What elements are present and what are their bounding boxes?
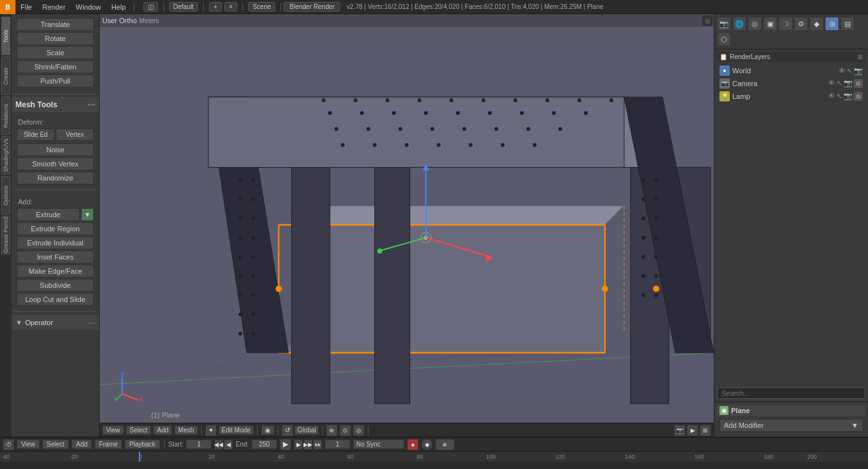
lamp-eye-icon[interactable]: 👁	[828, 92, 835, 101]
view-menu-button[interactable]: View	[102, 425, 124, 435]
timeline-select-btn[interactable]: Select	[42, 439, 69, 449]
start-frame-input[interactable]: 1	[186, 439, 212, 449]
rp-icon-physics[interactable]: ⊞	[825, 17, 839, 31]
mode-icon[interactable]: ✦	[205, 425, 217, 436]
edit-mode-selector[interactable]: Edit Mode	[219, 425, 254, 435]
timeline-icon[interactable]: ⏱	[3, 439, 14, 450]
tab-create[interactable]: Create	[1, 57, 10, 95]
prev-keyframe-btn[interactable]: ◀◀	[214, 439, 223, 450]
render-btn[interactable]: ▶	[687, 425, 698, 436]
rp-icon-constraints[interactable]: ▤	[840, 17, 854, 31]
timeline-view-btn[interactable]: View	[17, 439, 40, 449]
tab-options[interactable]: Options	[1, 176, 10, 215]
rp-icon-world[interactable]: 🌐	[732, 17, 746, 31]
proportional-btn[interactable]: ⊙	[339, 425, 351, 436]
extrude-region-button[interactable]: Extrude Region	[17, 222, 94, 235]
window-menu[interactable]: Window	[71, 0, 106, 13]
mesh-menu-button[interactable]: Mesh	[174, 425, 197, 435]
play-button[interactable]: ▶	[280, 439, 291, 450]
orientation-selector[interactable]: Global	[294, 425, 320, 435]
subdivide-button[interactable]: Subdivide	[17, 279, 94, 292]
view-mode-btn[interactable]: ⊞	[700, 425, 711, 436]
rp-icon-particles[interactable]: ◆	[809, 17, 824, 31]
orientation-icon[interactable]: ↺	[282, 425, 293, 436]
rotate-button[interactable]: Rotate	[17, 32, 94, 45]
push-pull-button[interactable]: Push/Pull	[17, 75, 94, 87]
object-name-label: (1) Plane	[151, 411, 180, 419]
last-frame-btn[interactable]: ⏭	[313, 439, 322, 450]
camera-cursor-icon[interactable]: ↖	[836, 79, 842, 88]
svg-point-41	[577, 98, 581, 102]
world-cursor-icon[interactable]: ↖	[847, 67, 853, 75]
world-eye-icon[interactable]: 👁	[838, 67, 845, 75]
inset-faces-button[interactable]: Inset Faces	[17, 251, 94, 263]
vertex-button[interactable]: Vertex	[56, 128, 94, 141]
add-menu-button[interactable]: Add	[153, 425, 172, 435]
rp-icon-texture[interactable]: ⚙	[794, 17, 808, 31]
pivot-button[interactable]: ◉	[261, 425, 275, 435]
scene-remove-button[interactable]: ×	[224, 2, 237, 12]
timeline-ruler[interactable]: -40 -20 0 20 40 60 80 100 120 140 160 18…	[0, 452, 868, 462]
rp-icon-mesh[interactable]: ▣	[763, 17, 777, 31]
search-input[interactable]	[717, 387, 865, 399]
shrink-fatten-button[interactable]: Shrink/Fatten	[17, 60, 94, 73]
render-menu[interactable]: Render	[37, 0, 71, 13]
smooth-vertex-button[interactable]: Smooth Vertex	[17, 157, 94, 170]
ruler-label-neg40: -40	[0, 454, 10, 460]
viewport[interactable]: User Ortho Meters ⊞	[100, 14, 714, 437]
current-frame-input[interactable]: 1	[325, 439, 350, 449]
camera-eye-icon[interactable]: 👁	[828, 79, 835, 88]
tree-item-lamp[interactable]: 💡 Lamp 👁 ↖ 📷 ⊙	[717, 90, 865, 103]
file-menu[interactable]: File	[15, 0, 37, 13]
timeline: ⏱ View Select Add Frame Playback Start: …	[0, 437, 868, 469]
camera-btn[interactable]: 📷	[674, 425, 685, 436]
tab-grease-pencil[interactable]: Grease Pencil	[1, 216, 10, 254]
lamp-cursor-icon[interactable]: ↖	[836, 92, 842, 101]
keyframe-btn[interactable]: ◆	[421, 439, 433, 450]
onion-skin-btn[interactable]: ◎	[353, 425, 365, 436]
rp-icon-modifiers[interactable]: ⬡	[717, 32, 731, 46]
tab-shading-uvs[interactable]: Shading/UVs	[1, 136, 10, 175]
sync-selector[interactable]: No Sync	[353, 439, 404, 449]
scene-add-button[interactable]: +	[209, 2, 222, 12]
tree-item-world[interactable]: ● World 👁 ↖ 📷	[717, 64, 865, 77]
right-panel-icons: 📷 🌐 ◎ ▣ ☽ ⚙ ◆ ⊞ ▤ ⬡	[714, 14, 868, 49]
screen-type-button[interactable]: ◫	[143, 2, 158, 12]
render-engine-selector[interactable]: Blender Render	[284, 2, 340, 12]
add-modifier-button[interactable]: Add Modifier ▼	[719, 419, 863, 432]
slide-edge-button[interactable]: Slide Ed	[17, 128, 55, 141]
next-keyframe-btn[interactable]: ▶▶	[303, 439, 312, 450]
snap-icon-btn[interactable]: ⊕	[326, 425, 338, 436]
make-edge-face-button[interactable]: Make Edge/Face	[17, 265, 94, 278]
svg-point-89	[239, 255, 242, 259]
rp-icon-camera[interactable]: 📷	[717, 17, 731, 31]
tab-relations[interactable]: Relations	[1, 96, 10, 135]
scene-selector[interactable]: Scene	[248, 2, 275, 12]
camera-render-icon[interactable]: 📷	[844, 79, 853, 88]
rp-icon-object[interactable]: ◎	[748, 17, 762, 31]
extrude-button[interactable]: Extrude	[17, 208, 80, 221]
tab-tools[interactable]: Tools	[1, 17, 10, 55]
select-menu-button[interactable]: Select	[126, 425, 152, 435]
noise-button[interactable]: Noise	[17, 143, 94, 156]
extrude-individual-button[interactable]: Extrude Individual	[17, 236, 94, 249]
layout-selector[interactable]: Default	[169, 2, 199, 12]
extrude-dropdown[interactable]: ▼	[81, 208, 94, 221]
loop-cut-button[interactable]: Loop Cut and Slide	[17, 293, 94, 306]
randomize-button[interactable]: Randomize	[17, 172, 94, 184]
timeline-frame-btn[interactable]: Frame	[95, 439, 122, 449]
record-button[interactable]: ●	[407, 439, 419, 450]
timeline-playback-btn[interactable]: Playback	[125, 439, 160, 449]
scale-button[interactable]: Scale	[17, 46, 94, 59]
rp-icon-material[interactable]: ☽	[779, 17, 793, 31]
extras-btn[interactable]: ⊕	[435, 439, 455, 450]
end-frame-input[interactable]: 250	[251, 439, 277, 449]
translate-button[interactable]: Translate	[17, 18, 94, 31]
lamp-render-icon[interactable]: 📷	[844, 92, 853, 101]
help-menu[interactable]: Help	[106, 0, 131, 13]
next-frame-btn[interactable]: ▶	[294, 439, 303, 450]
timeline-add-btn[interactable]: Add	[71, 439, 92, 449]
prev-frame-btn[interactable]: ◀	[224, 439, 233, 450]
world-render-icon[interactable]: 📷	[854, 67, 863, 75]
tree-item-camera[interactable]: 📷 Camera 👁 ↖ 📷 ⊙	[717, 77, 865, 90]
